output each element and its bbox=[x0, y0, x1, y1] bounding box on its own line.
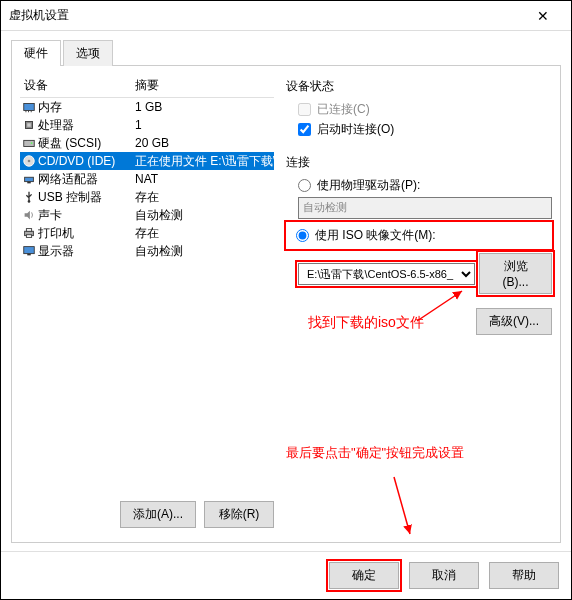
svg-rect-1 bbox=[26, 111, 27, 113]
physical-combo-row: 自动检测 bbox=[298, 197, 552, 219]
main-area: 设备 摘要 内存 1 GB 处理器 1 bbox=[11, 66, 561, 543]
ok-button[interactable]: 确定 bbox=[329, 562, 399, 589]
table-header: 设备 摘要 bbox=[20, 74, 274, 98]
svg-rect-15 bbox=[26, 235, 31, 238]
device-row[interactable]: 内存 1 GB bbox=[20, 98, 274, 116]
device-list[interactable]: 内存 1 GB 处理器 1 硬盘 (SCSI) 20 GB bbox=[20, 98, 274, 495]
device-name: 打印机 bbox=[38, 225, 135, 242]
cpu-icon bbox=[20, 118, 38, 132]
device-name: 处理器 bbox=[38, 117, 135, 134]
tab-options[interactable]: 选项 bbox=[63, 40, 113, 66]
display-icon bbox=[20, 244, 38, 258]
svg-rect-17 bbox=[27, 254, 31, 256]
disk-icon bbox=[20, 136, 38, 150]
device-name: 内存 bbox=[38, 99, 135, 116]
device-summary: 正在使用文件 E:\迅雷下载\C... bbox=[135, 153, 274, 170]
iso-radio[interactable] bbox=[296, 229, 309, 242]
device-row[interactable]: CD/DVD (IDE) 正在使用文件 E:\迅雷下载\C... bbox=[20, 152, 274, 170]
svg-point-7 bbox=[31, 142, 33, 144]
help-button[interactable]: 帮助 bbox=[489, 562, 559, 589]
device-row[interactable]: 显示器 自动检测 bbox=[20, 242, 274, 260]
device-row[interactable]: USB 控制器 存在 bbox=[20, 188, 274, 206]
device-name: 网络适配器 bbox=[38, 171, 135, 188]
svg-rect-16 bbox=[24, 247, 35, 254]
annotation-find-iso: 找到下载的iso文件 bbox=[308, 314, 424, 332]
device-summary: 1 bbox=[135, 118, 274, 132]
cd-icon bbox=[20, 154, 38, 168]
sound-icon bbox=[20, 208, 38, 222]
device-summary: 20 GB bbox=[135, 136, 274, 150]
device-row[interactable]: 处理器 1 bbox=[20, 116, 274, 134]
left-pane: 设备 摘要 内存 1 GB 处理器 1 bbox=[12, 66, 282, 542]
advanced-button[interactable]: 高级(V)... bbox=[476, 308, 552, 335]
connected-checkbox[interactable] bbox=[298, 103, 311, 116]
svg-rect-0 bbox=[24, 104, 35, 111]
network-icon bbox=[20, 172, 38, 186]
device-name: 声卡 bbox=[38, 207, 135, 224]
browse-button[interactable]: 浏览(B)... bbox=[479, 253, 552, 294]
physical-label: 使用物理驱动器(P): bbox=[317, 177, 420, 194]
left-buttons: 添加(A)... 移除(R) bbox=[20, 495, 274, 534]
device-row[interactable]: 声卡 自动检测 bbox=[20, 206, 274, 224]
iso-radio-group: 使用 ISO 映像文件(M): bbox=[286, 222, 552, 249]
poweron-label: 启动时连接(O) bbox=[317, 121, 394, 138]
device-summary: NAT bbox=[135, 172, 274, 186]
physical-radio[interactable] bbox=[298, 179, 311, 192]
window-title: 虚拟机设置 bbox=[9, 7, 523, 24]
remove-button[interactable]: 移除(R) bbox=[204, 501, 274, 528]
device-summary: 存在 bbox=[135, 225, 274, 242]
svg-rect-10 bbox=[25, 177, 34, 181]
titlebar: 虚拟机设置 ✕ bbox=[1, 1, 571, 31]
svg-rect-2 bbox=[28, 111, 29, 113]
svg-point-9 bbox=[28, 160, 31, 163]
svg-rect-6 bbox=[24, 140, 35, 146]
content-area: 硬件 选项 设备 摘要 内存 1 GB 处理器 bbox=[1, 31, 571, 551]
footer: 确定 取消 帮助 bbox=[1, 551, 571, 599]
svg-rect-11 bbox=[27, 182, 31, 184]
svg-rect-3 bbox=[31, 111, 32, 113]
printer-icon bbox=[20, 226, 38, 240]
device-row[interactable]: 打印机 存在 bbox=[20, 224, 274, 242]
memory-icon bbox=[20, 100, 38, 114]
iso-radio-row: 使用 ISO 映像文件(M): bbox=[296, 227, 550, 244]
add-button[interactable]: 添加(A)... bbox=[120, 501, 196, 528]
poweron-checkbox-row: 启动时连接(O) bbox=[298, 121, 552, 138]
device-summary: 存在 bbox=[135, 189, 274, 206]
device-name: 硬盘 (SCSI) bbox=[38, 135, 135, 152]
tab-bar: 硬件 选项 bbox=[11, 39, 561, 66]
device-name: 显示器 bbox=[38, 243, 135, 260]
device-summary: 1 GB bbox=[135, 100, 274, 114]
svg-rect-14 bbox=[26, 229, 31, 232]
device-row[interactable]: 硬盘 (SCSI) 20 GB bbox=[20, 134, 274, 152]
status-label: 设备状态 bbox=[286, 78, 552, 95]
iso-label: 使用 ISO 映像文件(M): bbox=[315, 227, 436, 244]
physical-combo[interactable]: 自动检测 bbox=[298, 197, 552, 219]
connected-checkbox-row: 已连接(C) bbox=[298, 101, 552, 118]
device-summary: 自动检测 bbox=[135, 243, 274, 260]
poweron-checkbox[interactable] bbox=[298, 123, 311, 136]
right-pane: 设备状态 已连接(C) 启动时连接(O) 连接 使用物理驱动器(P): 自动检测 bbox=[282, 66, 560, 542]
col-device: 设备 bbox=[20, 77, 135, 94]
col-summary: 摘要 bbox=[135, 77, 274, 94]
tab-hardware[interactable]: 硬件 bbox=[11, 40, 61, 66]
svg-rect-5 bbox=[27, 123, 31, 127]
usb-icon bbox=[20, 190, 38, 204]
device-row[interactable]: 网络适配器 NAT bbox=[20, 170, 274, 188]
iso-combo[interactable]: E:\迅雷下载\CentOS-6.5-x86_ bbox=[298, 263, 475, 285]
svg-line-19 bbox=[394, 477, 410, 534]
device-summary: 自动检测 bbox=[135, 207, 274, 224]
connected-label: 已连接(C) bbox=[317, 101, 370, 118]
iso-combo-row: E:\迅雷下载\CentOS-6.5-x86_ 浏览(B)... bbox=[298, 253, 552, 294]
annotation-click-ok: 最后要点击"确定"按钮完成设置 bbox=[286, 444, 464, 462]
device-name: CD/DVD (IDE) bbox=[38, 154, 135, 168]
arrow-icon bbox=[382, 472, 422, 542]
physical-radio-row: 使用物理驱动器(P): bbox=[298, 177, 552, 194]
device-name: USB 控制器 bbox=[38, 189, 135, 206]
close-icon[interactable]: ✕ bbox=[523, 8, 563, 24]
connect-label: 连接 bbox=[286, 154, 552, 171]
cancel-button[interactable]: 取消 bbox=[409, 562, 479, 589]
dialog-window: 虚拟机设置 ✕ 硬件 选项 设备 摘要 内存 1 GB bbox=[0, 0, 572, 600]
svg-point-12 bbox=[28, 200, 31, 203]
